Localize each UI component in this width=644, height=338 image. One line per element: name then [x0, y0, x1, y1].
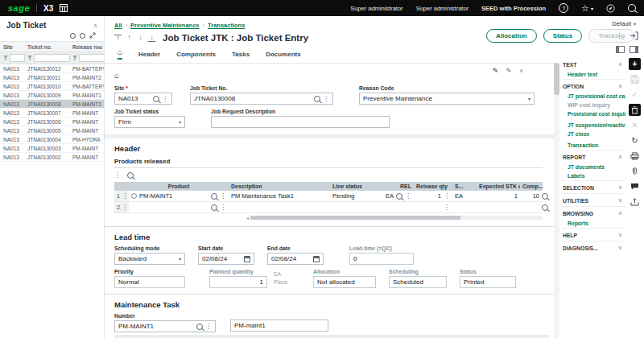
record-row[interactable]: NA013JTNA0130010PM-BATTERY — [0, 82, 104, 91]
calendar-icon[interactable] — [313, 256, 320, 262]
lead-time-input[interactable]: 0 — [349, 253, 414, 265]
save-icon[interactable] — [629, 73, 641, 85]
apps-grid-icon[interactable] — [60, 4, 68, 12]
col-line-status[interactable]: Line status — [330, 182, 378, 191]
new-record-icon[interactable]: + — [629, 58, 641, 70]
col-rel[interactable]: REL — [378, 182, 414, 191]
planned-quantity-input[interactable]: 1 — [209, 276, 267, 288]
ticket-filter-input[interactable] — [34, 54, 70, 62]
comment-icon[interactable] — [629, 180, 641, 192]
user-role[interactable]: Super administrator — [350, 5, 402, 12]
layout-right-icon[interactable] — [630, 46, 638, 53]
vertical-scrollbar[interactable] — [554, 63, 559, 338]
scrollbar-thumb[interactable] — [554, 63, 559, 95]
cell-actions-icon[interactable]: ⋮ — [405, 193, 411, 200]
lookup-icon[interactable] — [196, 324, 203, 330]
lookup-icon[interactable] — [314, 96, 320, 102]
col-product[interactable]: Product — [129, 182, 229, 191]
row-actions-icon[interactable]: ⋮ — [122, 193, 128, 200]
tab-header[interactable]: Header — [138, 51, 160, 60]
job-ticket-no-field[interactable]: JTNA0130008 ⋮ — [190, 93, 333, 105]
utilities-section-title[interactable]: UTILITIES — [563, 198, 588, 204]
tab-tasks[interactable]: Tasks — [232, 51, 250, 60]
field-actions-icon[interactable]: ⋮ — [205, 324, 212, 330]
lookup-icon[interactable] — [542, 193, 548, 200]
chevron-up-icon[interactable]: ∧ — [618, 61, 622, 68]
expand-panel-icon[interactable] — [89, 32, 96, 39]
priority-field[interactable]: Normal — [114, 276, 185, 288]
breadcrumb-transactions[interactable]: Transactions — [208, 22, 245, 29]
labels-link[interactable]: Labels — [561, 171, 625, 180]
more-actions-icon[interactable]: ⋮ — [616, 33, 622, 39]
lookup-icon[interactable] — [542, 204, 548, 211]
number-field[interactable]: PM-MAINT1 ⋮ — [114, 320, 216, 332]
filter-icon[interactable] — [27, 56, 32, 60]
chevron-up-icon[interactable]: ∧ — [618, 154, 622, 160]
exit-icon[interactable] — [630, 31, 638, 40]
transaction-link[interactable]: Transaction — [561, 141, 625, 150]
record-row[interactable]: NA013JTNA0130006PM-MAINT — [0, 117, 104, 126]
horizontal-scrollbar[interactable]: ◂ — [246, 215, 543, 221]
col-comp[interactable]: Comp... — [520, 182, 551, 191]
col-s[interactable]: S... — [452, 182, 477, 191]
favorites-icon[interactable]: ☆▾ — [581, 3, 593, 14]
tab-components[interactable]: Components — [176, 51, 216, 60]
record-row[interactable]: NA013JTNA0130004PM-HYDRA — [0, 135, 104, 144]
record-row[interactable]: NA013JTNA0130009PM-MAINT1 — [0, 91, 104, 100]
selection-section-title[interactable]: SELECTION — [563, 185, 594, 191]
edit-pen-icon[interactable]: ✎ — [493, 67, 499, 75]
jt-provisional-cost-link[interactable]: JT provisional cost calcula... — [561, 92, 625, 101]
circle-icon-1[interactable] — [70, 33, 76, 39]
record-row[interactable]: NA013JTNA0130005PM-MAINT — [0, 126, 104, 135]
first-record-icon[interactable]: ↑ — [114, 35, 122, 42]
validate-icon[interactable]: ✓ — [629, 89, 641, 101]
reason-code-select[interactable]: Preventive Maintenance ▾ — [359, 93, 535, 105]
record-row-selected[interactable]: NA013JTNA0130008PM-MAINT1 — [0, 100, 104, 109]
start-date-input[interactable]: 02/08/24 — [198, 253, 254, 265]
release-filter-input[interactable] — [79, 54, 104, 62]
grid-search-icon[interactable] — [127, 172, 134, 179]
lookup-icon[interactable] — [211, 204, 217, 211]
filter-icon[interactable] — [72, 56, 77, 60]
job-ticket-status-select[interactable]: Firm ▾ — [114, 116, 185, 128]
cell-actions-icon[interactable]: ⋮ — [220, 204, 226, 211]
endpoint-selector[interactable]: SEED with Procession — [481, 5, 546, 12]
scheduling-mode-select[interactable]: Backward ▾ — [114, 253, 185, 265]
chevron-up-icon[interactable]: ∧ — [618, 83, 622, 89]
scrollbar-thumb[interactable] — [250, 216, 460, 220]
record-row[interactable]: NA013JTNA0130003PM-MAINT — [0, 144, 104, 153]
record-row[interactable]: NA013JTNA0130007PM-MAINT — [0, 109, 104, 117]
attachment-icon[interactable] — [629, 165, 641, 177]
chevron-down-icon[interactable]: ∨ — [618, 232, 622, 238]
collapse-card-icon[interactable]: ∧ — [519, 68, 523, 74]
lookup-icon[interactable] — [396, 193, 402, 200]
chevron-down-icon[interactable]: ∨ — [618, 245, 622, 251]
lookup-icon[interactable] — [211, 193, 217, 200]
col-description[interactable]: Description — [229, 182, 330, 191]
end-date-input[interactable]: 02/08/24 — [267, 253, 324, 265]
cell-actions-icon[interactable]: ⋮ — [444, 204, 450, 211]
report-section-title[interactable]: REPORT — [563, 155, 585, 160]
field-actions-icon[interactable]: ⋮ — [323, 96, 329, 102]
site-filter-input[interactable] — [10, 54, 25, 62]
view-selector[interactable]: Default▾ — [612, 20, 636, 27]
col-expected-stk[interactable]: Expected STK q... — [477, 182, 520, 191]
col-ticket-no[interactable]: Ticket no. — [27, 44, 72, 50]
provisional-cost-inquiry-link[interactable]: Provisional cost inquiry — [561, 109, 625, 118]
cell-actions-icon[interactable]: ⋮ — [444, 193, 450, 200]
explore-icon[interactable] — [606, 4, 615, 13]
diagnosis-section-title[interactable]: DIAGNOSIS... — [563, 245, 598, 251]
grid-menu-icon[interactable]: ⋮ — [114, 172, 121, 179]
refresh-icon[interactable]: ↻ — [629, 134, 641, 146]
field-actions-icon[interactable]: ⋮ — [162, 96, 168, 102]
col-release-routing[interactable]: Release rou — [72, 44, 104, 50]
delete-icon[interactable] — [629, 104, 641, 116]
tab-documents[interactable]: Documents — [266, 51, 301, 60]
col-release-qty[interactable]: Release qty — [414, 182, 452, 191]
header-text-link[interactable]: Header text — [561, 70, 625, 79]
scroll-left-icon[interactable]: ◂ — [246, 215, 249, 221]
col-site[interactable]: Site — [3, 44, 27, 50]
chevron-down-icon[interactable]: ∨ — [618, 184, 622, 191]
circle-icon-2[interactable] — [80, 33, 85, 39]
previous-record-icon[interactable]: ↑ — [126, 35, 133, 41]
